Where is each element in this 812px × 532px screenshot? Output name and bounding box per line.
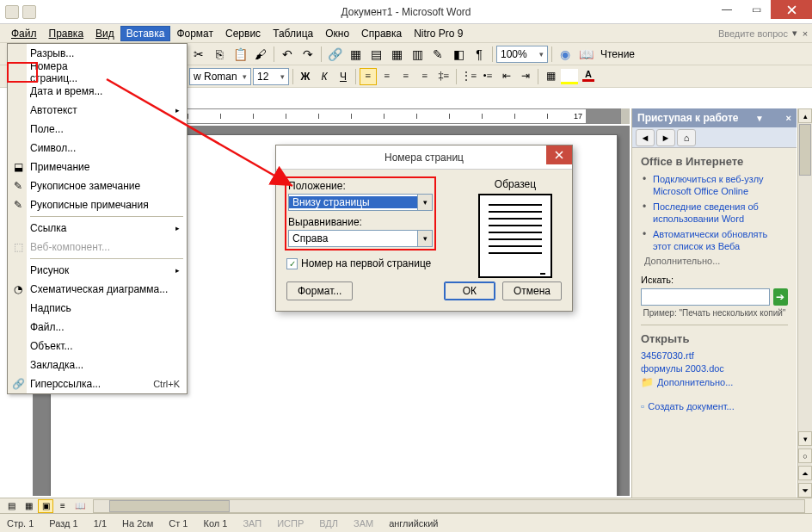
ask-question-box[interactable]: Введите вопрос [718, 28, 788, 39]
decrease-indent-button[interactable]: ⇤ [498, 68, 515, 85]
font-size-combo[interactable]: 12▾ [253, 68, 289, 85]
help-icon[interactable]: ◉ [556, 45, 575, 64]
redo-icon[interactable]: ↷ [298, 45, 317, 64]
scroll-down-button[interactable]: ▾ [798, 431, 812, 446]
browse-object-button[interactable]: ○ [798, 448, 812, 463]
menu-format[interactable]: Формат [170, 26, 219, 41]
increase-indent-button[interactable]: ⇥ [517, 68, 534, 85]
horizontal-scrollbar[interactable] [93, 499, 805, 513]
scroll-up-button[interactable]: ▴ [798, 108, 812, 123]
menu-service[interactable]: Сервис [219, 26, 267, 41]
align-combo[interactable]: Справа ▾ [288, 230, 433, 247]
more-link[interactable]: Дополнительно... [641, 256, 788, 266]
format-button[interactable]: Формат... [286, 281, 353, 300]
menu-help[interactable]: Справка [355, 26, 408, 41]
nav-back-button[interactable]: ◄ [636, 129, 655, 146]
borders-button[interactable]: ▦ [542, 68, 559, 85]
cut-icon[interactable]: ✂ [189, 45, 208, 64]
position-combo[interactable]: Внизу страницы ▾ [288, 194, 433, 211]
menu-item-picture[interactable]: Рисунок▸ [8, 261, 187, 280]
menu-item-ink-annotation[interactable]: ✎Рукописное замечание [8, 176, 187, 195]
menu-item-comment[interactable]: ⬓Примечание [8, 158, 187, 176]
italic-button[interactable]: К [316, 68, 333, 85]
columns-icon[interactable]: ▥ [408, 45, 427, 64]
taskpane-close-icon[interactable]: × [786, 113, 791, 123]
insert-table-icon[interactable]: ▤ [366, 45, 385, 64]
doc-map-icon[interactable]: ◧ [449, 45, 468, 64]
chevron-down-icon[interactable]: ▾ [417, 231, 432, 246]
close-button[interactable] [771, 0, 812, 19]
ok-button[interactable]: ОК [444, 281, 495, 300]
search-input[interactable] [641, 288, 770, 306]
align-justify-button[interactable]: ≡ [416, 68, 434, 85]
excel-icon[interactable]: ▦ [387, 45, 406, 64]
menu-item-field[interactable]: Поле... [8, 120, 187, 139]
dialog-title-bar[interactable]: Номера страниц [276, 145, 572, 170]
web-view-button[interactable]: ▦ [21, 499, 36, 513]
status-rec[interactable]: ЗАП [243, 518, 261, 529]
menu-item-autotext[interactable]: Автотекст▸ [8, 101, 187, 120]
bold-button[interactable]: Ж [297, 68, 314, 85]
show-marks-icon[interactable]: ¶ [470, 45, 489, 64]
cancel-button[interactable]: Отмена [502, 281, 562, 300]
tables-borders-icon[interactable]: ▦ [346, 45, 365, 64]
menu-item-hyperlink[interactable]: 🔗Гиперссылка...Ctrl+K [8, 374, 187, 393]
chevron-down-icon[interactable]: ▼ [755, 114, 764, 123]
menu-edit[interactable]: Правка [43, 26, 90, 41]
scroll-thumb[interactable] [799, 124, 811, 176]
chevron-down-icon[interactable]: ▾ [417, 195, 432, 210]
menu-item-bookmark[interactable]: Закладка... [8, 356, 187, 374]
highlight-button[interactable] [561, 69, 578, 84]
minimize-button[interactable]: — [712, 0, 741, 19]
bullet-list-button[interactable]: •≡ [479, 68, 496, 85]
drawing-icon[interactable]: ✎ [428, 45, 447, 64]
hyperlink-icon[interactable]: 🔗 [325, 45, 344, 64]
help-chevron-icon[interactable]: ▾ [790, 28, 800, 39]
menu-item-textbox[interactable]: Надпись [8, 299, 187, 318]
status-ovr[interactable]: ЗАМ [354, 518, 373, 529]
create-document-link[interactable]: Создать документ... [648, 401, 734, 411]
font-combo[interactable]: w Roman▾ [189, 68, 251, 85]
paste-icon[interactable]: 📋 [231, 45, 249, 64]
copy-icon[interactable]: ⎘ [210, 45, 229, 64]
recent-file-1[interactable]: 34567030.rtf [641, 350, 788, 361]
print-view-button[interactable]: ▣ [38, 499, 53, 513]
dialog-close-button[interactable] [546, 145, 572, 164]
nav-home-button[interactable]: ⌂ [677, 129, 696, 146]
doc-close-icon[interactable]: × [800, 28, 810, 39]
menu-window[interactable]: Окно [319, 26, 355, 41]
prev-page-button[interactable]: ⏶ [798, 466, 812, 480]
undo-icon[interactable]: ↶ [278, 45, 297, 64]
line-spacing-button[interactable]: ‡≡ [435, 68, 452, 85]
align-left-button[interactable]: ≡ [360, 68, 377, 85]
font-color-button[interactable]: A [580, 69, 597, 84]
align-right-button[interactable]: ≡ [397, 68, 415, 85]
outline-view-button[interactable]: ≡ [55, 499, 71, 513]
menu-item-reference[interactable]: Ссылка▸ [8, 219, 187, 238]
taskpane-header[interactable]: Приступая к работе ▼ × [632, 108, 797, 127]
underline-button[interactable]: Ч [335, 68, 352, 85]
next-page-button[interactable]: ⏷ [798, 483, 812, 498]
menu-item-symbol[interactable]: Символ... [8, 139, 187, 158]
status-trk[interactable]: ИСПР [277, 518, 304, 529]
status-ext[interactable]: ВДЛ [319, 518, 338, 529]
numbered-list-button[interactable]: ⋮≡ [460, 68, 477, 85]
read-label[interactable]: Чтение [597, 48, 638, 60]
normal-view-button[interactable]: ▤ [3, 499, 19, 513]
nav-forward-button[interactable]: ► [656, 129, 675, 146]
menu-table[interactable]: Таблица [267, 26, 319, 41]
menu-item-ink-comment[interactable]: ✎Рукописные примечания [8, 195, 187, 214]
link-auto-update[interactable]: Автоматически обновлять этот список из В… [653, 229, 767, 251]
menu-nitro[interactable]: Nitro Pro 9 [408, 26, 469, 41]
align-center-button[interactable]: ≡ [378, 68, 396, 85]
status-lang[interactable]: английский [389, 518, 438, 529]
open-more-link[interactable]: Дополнительно... [657, 377, 733, 387]
link-word-news[interactable]: Последние сведения об использовании Word [653, 201, 759, 224]
menu-item-page-numbers[interactable]: Номера страниц... [8, 63, 37, 82]
menu-view[interactable]: Вид [89, 26, 120, 41]
vertical-scrollbar[interactable]: ▴ ▾ ○ ⏶ ⏷ [797, 108, 812, 498]
zoom-combo[interactable]: 100%▾ [496, 46, 548, 63]
menu-file[interactable]: Файл [5, 26, 43, 41]
menu-item-datetime[interactable]: Дата и время... [8, 82, 187, 101]
search-go-button[interactable]: ➔ [773, 288, 788, 306]
